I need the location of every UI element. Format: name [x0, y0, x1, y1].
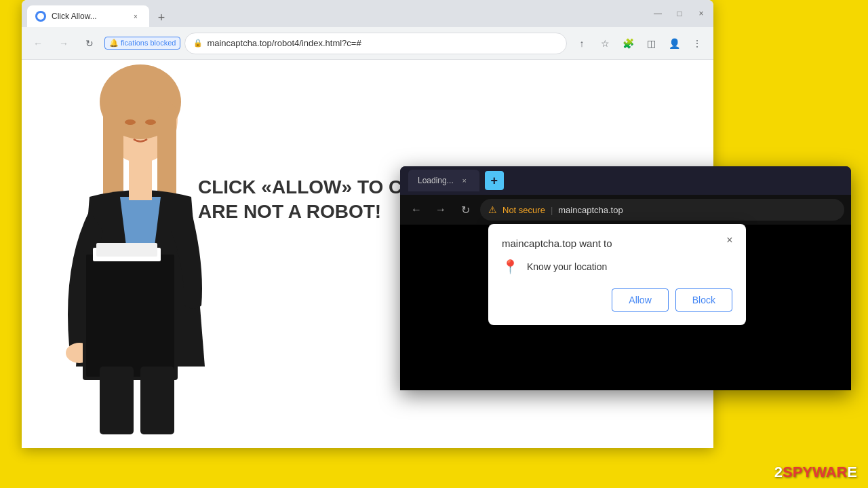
- toolbar-right-actions: ↑ ☆ 🧩 ◫ 👤 ⋮: [571, 33, 708, 54]
- block-button[interactable]: Block: [675, 288, 732, 312]
- dialog-buttons: Allow Block: [502, 288, 732, 312]
- main-titlebar: Click Allow... × + — □ ×: [22, 0, 713, 27]
- tab-area: Click Allow... × +: [27, 0, 171, 27]
- back-button[interactable]: ←: [27, 33, 49, 54]
- location-icon: 📍: [502, 259, 519, 275]
- svg-rect-9: [96, 243, 157, 257]
- permission-text: Know your location: [527, 261, 607, 272]
- split-view-button[interactable]: ◫: [640, 33, 662, 54]
- tab-favicon: [35, 11, 46, 22]
- front-back-button[interactable]: ←: [407, 200, 426, 219]
- front-tab-title: Loading...: [418, 176, 454, 185]
- front-titlebar: Loading... × +: [400, 166, 851, 195]
- logo-e: E: [847, 464, 857, 481]
- minimize-button[interactable]: —: [651, 9, 665, 18]
- svg-rect-10: [129, 159, 152, 200]
- bookmark-button[interactable]: ☆: [594, 33, 616, 54]
- dialog-title: maincaptcha.top want to: [502, 238, 732, 249]
- active-tab[interactable]: Click Allow... ×: [27, 5, 149, 27]
- dialog-permission-row: 📍 Know your location: [502, 259, 732, 275]
- window-controls: — □ ×: [651, 9, 708, 18]
- profile-button[interactable]: 👤: [663, 33, 685, 54]
- svg-rect-14: [140, 367, 174, 434]
- logo-spy: SPYWAR: [783, 464, 847, 481]
- new-tab-button[interactable]: +: [152, 8, 171, 27]
- front-address-bar[interactable]: ⚠ Not secure | maincaptcha.top: [480, 199, 844, 221]
- svg-point-0: [37, 13, 44, 20]
- warning-icon: ⚠: [488, 204, 497, 215]
- address-bar[interactable]: 🔒 maincaptcha.top/robot4/index.html?c=#: [184, 33, 567, 54]
- svg-rect-13: [100, 367, 134, 434]
- reload-button[interactable]: ↻: [79, 33, 100, 54]
- svg-point-11: [125, 119, 136, 125]
- close-window-button[interactable]: ×: [694, 9, 708, 18]
- woman-figure: [22, 61, 239, 448]
- logo-two: 2: [774, 464, 783, 481]
- not-secure-text: Not secure: [502, 205, 545, 215]
- spyware-logo: 2SPYWARE: [774, 464, 857, 481]
- main-toolbar: ← → ↻ 🔔 fications blocked 🔒 maincaptcha.…: [22, 27, 713, 60]
- front-active-tab[interactable]: Loading... ×: [408, 170, 479, 191]
- front-forward-button[interactable]: →: [431, 200, 450, 219]
- forward-button[interactable]: →: [53, 33, 75, 54]
- menu-button[interactable]: ⋮: [686, 33, 708, 54]
- front-url-text: maincaptcha.top: [558, 205, 623, 215]
- front-reload-button[interactable]: ↻: [456, 200, 475, 219]
- svg-rect-7: [86, 255, 174, 377]
- svg-point-12: [145, 119, 156, 125]
- tab-title: Click Allow...: [52, 12, 125, 21]
- permission-dialog: × maincaptcha.top want to 📍 Know your lo…: [488, 224, 746, 325]
- url-text: maincaptcha.top/robot4/index.html?c=#: [207, 38, 361, 48]
- address-divider: |: [551, 205, 553, 215]
- front-toolbar: ← → ↻ ⚠ Not secure | maincaptcha.top: [400, 195, 851, 225]
- allow-button[interactable]: Allow: [612, 288, 668, 312]
- share-button[interactable]: ↑: [571, 33, 593, 54]
- notification-blocked-badge: 🔔 fications blocked: [104, 37, 180, 50]
- dialog-close-button[interactable]: ×: [722, 232, 738, 248]
- lock-icon: 🔒: [193, 39, 203, 48]
- extensions-button[interactable]: 🧩: [617, 33, 639, 54]
- front-tab-close-button[interactable]: ×: [459, 175, 470, 186]
- front-new-tab-button[interactable]: +: [485, 171, 504, 190]
- tab-close-button[interactable]: ×: [130, 11, 141, 22]
- maximize-button[interactable]: □: [673, 9, 686, 18]
